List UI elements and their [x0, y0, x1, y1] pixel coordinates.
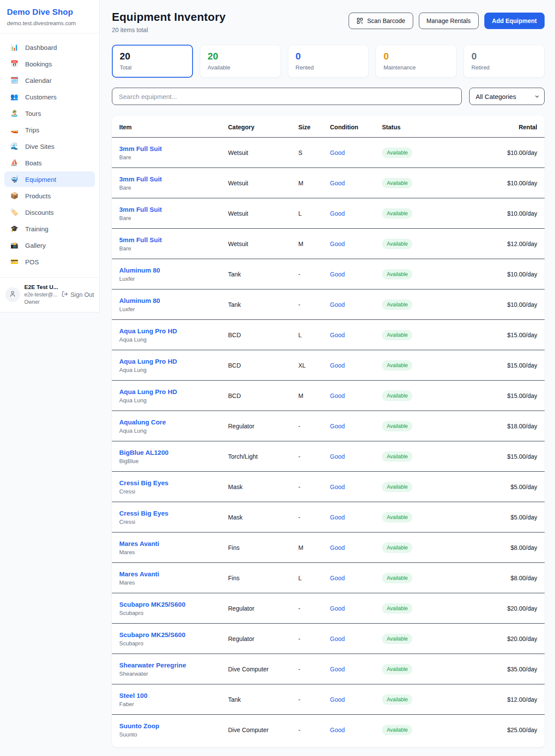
table-row: BigBlue AL1200 BigBlue Torch/Light - Goo…: [112, 441, 545, 472]
item-name-link[interactable]: 3mm Full Suit: [119, 206, 228, 213]
item-name-link[interactable]: BigBlue AL1200: [119, 449, 228, 456]
stat-card-rented[interactable]: 0 Rented: [288, 45, 369, 78]
item-name-link[interactable]: 3mm Full Suit: [119, 175, 228, 183]
item-condition-link[interactable]: Good: [330, 423, 382, 430]
item-category: Regulator: [228, 423, 298, 430]
item-condition-link[interactable]: Good: [330, 392, 382, 399]
item-condition-link[interactable]: Good: [330, 726, 382, 733]
item-condition-link[interactable]: Good: [330, 332, 382, 339]
table-row: Cressi Big Eyes Cressi Mask - Good Avail…: [112, 472, 545, 502]
sidebar-item-label: Discounts: [25, 209, 54, 216]
item-name-link[interactable]: Aluminum 80: [119, 266, 228, 274]
item-condition-link[interactable]: Good: [330, 605, 382, 612]
status-badge: Available: [382, 269, 412, 279]
sidebar-item-calendar[interactable]: 🗓️ Calendar: [4, 72, 95, 88]
stat-label: Maintenance: [383, 64, 449, 71]
item-condition-link[interactable]: Good: [330, 696, 382, 703]
manage-rentals-button[interactable]: Manage Rentals: [419, 13, 479, 29]
item-category: Tank: [228, 271, 298, 278]
item-name-link[interactable]: Aqua Lung Pro HD: [119, 358, 228, 365]
sidebar-item-customers[interactable]: 👥 Customers: [4, 89, 95, 105]
item-name-link[interactable]: Cressi Big Eyes: [119, 509, 228, 517]
sidebar-item-equipment[interactable]: 🤿 Equipment: [4, 171, 95, 187]
item-brand: Bare: [119, 215, 228, 221]
sign-out-button[interactable]: Sign Out: [62, 291, 94, 299]
item-rental-rate: $25.00/day: [451, 726, 537, 733]
item-rental-rate: $10.00/day: [451, 301, 537, 308]
dive-sites-icon: 🌊: [10, 142, 19, 150]
sidebar-item-label: Gallery: [25, 242, 46, 249]
stat-label: Total: [120, 64, 185, 71]
item-name-link[interactable]: 5mm Full Suit: [119, 236, 228, 243]
calendar-icon: 🗓️: [10, 76, 19, 84]
item-brand: Bare: [119, 245, 228, 252]
item-condition-link[interactable]: Good: [330, 666, 382, 673]
item-name-link[interactable]: Aqua Lung Pro HD: [119, 327, 228, 335]
item-name-link[interactable]: Aqua Lung Pro HD: [119, 388, 228, 395]
sidebar-item-discounts[interactable]: 🏷️ Discounts: [4, 204, 95, 220]
items-total-count: 20 items total: [112, 26, 225, 33]
item-size: L: [298, 332, 330, 339]
stat-card-available[interactable]: 20 Available: [200, 45, 281, 78]
sidebar-item-training[interactable]: 🎓 Training: [4, 221, 95, 237]
item-condition-link[interactable]: Good: [330, 635, 382, 642]
sidebar-item-products[interactable]: 📦 Products: [4, 188, 95, 204]
item-name-link[interactable]: Scubapro MK25/S600: [119, 601, 228, 608]
item-condition-link[interactable]: Good: [330, 149, 382, 156]
item-name-link[interactable]: Mares Avanti: [119, 540, 228, 547]
item-condition-link[interactable]: Good: [330, 362, 382, 369]
item-size: M: [298, 544, 330, 551]
sidebar-item-dive-sites[interactable]: 🌊 Dive Sites: [4, 138, 95, 154]
status-badge: Available: [382, 482, 412, 492]
customers-icon: 👥: [10, 93, 19, 101]
equipment-table: Item Category Size Condition Status Rent…: [112, 116, 545, 747]
column-header-item: Item: [119, 124, 228, 131]
stat-card-maintenance[interactable]: 0 Maintenance: [375, 45, 457, 78]
sidebar-item-bookings[interactable]: 📅 Bookings: [4, 56, 95, 72]
item-condition-link[interactable]: Good: [330, 514, 382, 521]
add-equipment-button[interactable]: Add Equipment: [484, 13, 545, 29]
sidebar-item-dashboard[interactable]: 📊 Dashboard: [4, 39, 95, 55]
item-rental-rate: $5.00/day: [451, 514, 537, 521]
sidebar-item-boats[interactable]: ⛵ Boats: [4, 155, 95, 171]
item-name-link[interactable]: Cressi Big Eyes: [119, 479, 228, 486]
item-name-link[interactable]: Scubapro MK25/S600: [119, 631, 228, 638]
item-name-link[interactable]: Shearwater Peregrine: [119, 661, 228, 669]
item-brand: Suunto: [119, 731, 228, 738]
item-size: -: [298, 514, 330, 521]
sidebar-item-gallery[interactable]: 📸 Gallery: [4, 237, 95, 253]
item-name-link[interactable]: Aluminum 80: [119, 297, 228, 304]
item-category: Fins: [228, 575, 298, 582]
sidebar-item-trips[interactable]: 🚤 Trips: [4, 122, 95, 138]
equipment-icon: 🤿: [10, 175, 19, 183]
category-select[interactable]: All Categories: [469, 88, 545, 105]
item-condition-link[interactable]: Good: [330, 271, 382, 278]
stat-card-retired[interactable]: 0 Retired: [464, 45, 545, 78]
item-condition-link[interactable]: Good: [330, 453, 382, 460]
stat-card-total[interactable]: 20 Total: [112, 45, 193, 78]
scan-barcode-button[interactable]: Scan Barcode: [349, 13, 413, 29]
item-category: Wetsuit: [228, 149, 298, 156]
item-name-link[interactable]: Steel 100: [119, 692, 228, 699]
item-name-link[interactable]: Suunto Zoop: [119, 722, 228, 730]
sidebar-item-tours[interactable]: 🏝️ Tours: [4, 105, 95, 121]
item-name-link[interactable]: 3mm Full Suit: [119, 145, 228, 152]
user-email: e2e-tester@...: [24, 292, 57, 298]
item-name-link[interactable]: Aqualung Core: [119, 418, 228, 426]
sidebar-item-pos[interactable]: 💳 POS: [4, 254, 95, 270]
filters-row: All Categories: [112, 88, 545, 105]
item-condition-link[interactable]: Good: [330, 180, 382, 187]
table-row: Mares Avanti Mares Fins M Good Available…: [112, 532, 545, 563]
item-condition-link[interactable]: Good: [330, 301, 382, 308]
barcode-scan-icon: [356, 17, 363, 24]
item-condition-link[interactable]: Good: [330, 240, 382, 247]
search-input[interactable]: [112, 88, 462, 105]
item-condition-link[interactable]: Good: [330, 544, 382, 551]
item-condition-link[interactable]: Good: [330, 575, 382, 582]
item-name-link[interactable]: Mares Avanti: [119, 570, 228, 578]
item-condition-link[interactable]: Good: [330, 210, 382, 217]
bookings-icon: 📅: [10, 60, 19, 68]
item-condition-link[interactable]: Good: [330, 483, 382, 490]
item-size: -: [298, 483, 330, 490]
item-size: M: [298, 180, 330, 187]
